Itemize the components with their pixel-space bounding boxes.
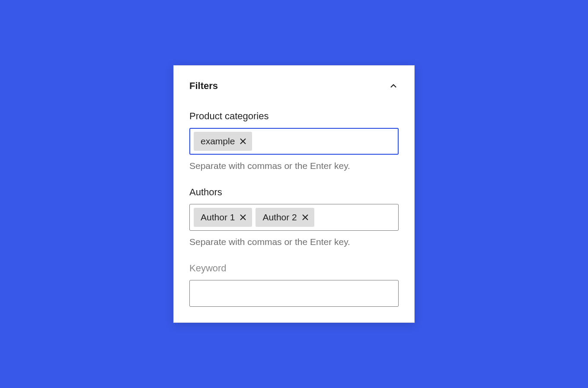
keyword-label: Keyword	[189, 263, 399, 274]
close-icon[interactable]	[301, 213, 309, 221]
chevron-up-icon[interactable]	[388, 81, 399, 91]
panel-header[interactable]: Filters	[174, 66, 414, 92]
authors-input[interactable]: Author 1 Author 2	[189, 204, 399, 231]
close-icon[interactable]	[239, 213, 247, 221]
product-categories-field: Product categories example Separate with…	[189, 111, 399, 171]
panel-body: Product categories example Separate with…	[174, 92, 414, 322]
token: example	[194, 132, 252, 151]
keyword-input[interactable]	[189, 280, 399, 307]
panel-title: Filters	[189, 80, 218, 92]
authors-field: Authors Author 1 Author 2	[189, 187, 399, 247]
filters-panel: Filters Product categories example	[173, 65, 415, 323]
authors-helper: Separate with commas or the Enter key.	[189, 237, 399, 247]
token: Author 2	[256, 208, 314, 227]
token-label: Author 2	[262, 212, 297, 223]
product-categories-label: Product categories	[189, 111, 399, 122]
authors-label: Authors	[189, 187, 399, 198]
token: Author 1	[194, 208, 252, 227]
product-categories-helper: Separate with commas or the Enter key.	[189, 161, 399, 171]
token-label: Author 1	[201, 212, 235, 223]
product-categories-input[interactable]: example	[189, 128, 399, 155]
close-icon[interactable]	[239, 137, 247, 145]
token-label: example	[201, 136, 235, 146]
keyword-field: Keyword	[189, 263, 399, 307]
